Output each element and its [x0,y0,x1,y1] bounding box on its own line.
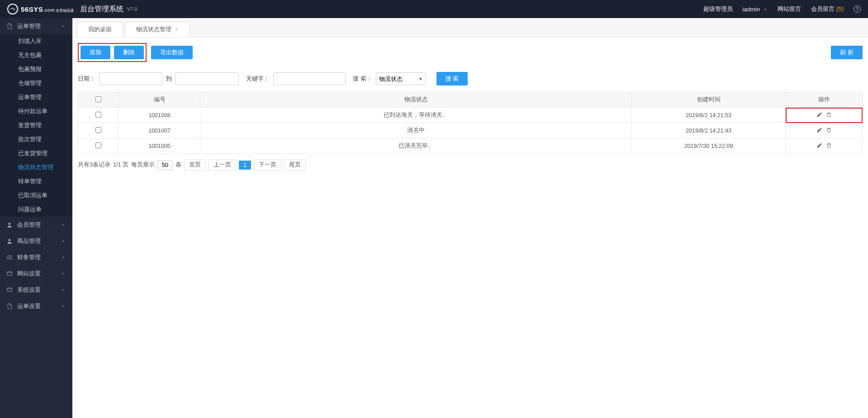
pager-last[interactable]: 尾页 [284,159,306,171]
sidebar-item[interactable]: 仓储管理 [0,76,72,90]
cell-checkbox [78,123,119,138]
logo-icon [7,4,18,14]
keyword-input[interactable] [273,72,346,85]
col-time: 创建时间 [632,92,786,108]
pager-perpage-input[interactable] [157,160,173,170]
pagination: 共有3条记录 1/1 页 每页展示 条 首页 上一页 1 下一页 尾页 [72,154,868,176]
site-icon [6,271,13,277]
date-label: 日期： [78,75,95,83]
sidebar-item[interactable]: 无主包裹 [0,48,72,62]
chevron-up-icon [61,24,66,29]
sidebar-item[interactable]: 发货管理 [0,119,72,133]
edit-icon[interactable] [816,112,822,118]
table-wrapper: 编号 物流状态 创建时间 操作 1001008 已到达海关，等待清关。 2019… [72,92,868,154]
data-table: 编号 物流状态 创建时间 操作 1001008 已到达海关，等待清关。 2019… [78,92,863,154]
cell-status: 已到达海关，等待清关。 [200,108,632,123]
svg-rect-4 [7,271,12,275]
cell-time: 2019/7/30 15:22:09 [632,138,786,154]
edit-icon[interactable] [816,127,822,133]
system-title: 后台管理系统 [80,5,123,14]
user-icon [6,238,13,244]
user-role: 超级管理员 [703,5,733,13]
cell-checkbox [78,138,119,154]
cell-time: 2019/8/2 14:21:43 [632,123,786,138]
sidebar-item[interactable]: 待付款运单 [0,104,72,119]
pager-first[interactable]: 首页 [184,159,206,171]
logo-subtitle: 全景物流通 [56,9,74,13]
user-icon [6,222,13,228]
row-checkbox[interactable] [95,112,101,118]
sidebar-item[interactable]: 物流状态管理 [0,161,72,175]
sidebar-section-label: 系统设置 [17,286,41,294]
main-content: 我的桌面物流状态管理× 添加 删除 导出数据 刷 新 日期： 到 关键字： 搜 … [72,18,868,418]
search-type-select[interactable]: 物流状态 [376,72,426,85]
sidebar-section-label: 商品管理 [17,237,41,245]
site-message-link[interactable]: 网站留言 [778,5,801,13]
cell-ops [786,123,863,138]
search-type-label: 搜 索： [353,75,372,83]
trash-icon[interactable] [826,127,832,133]
pager-next[interactable]: 下一页 [254,159,281,171]
svg-rect-6 [7,288,12,291]
row-checkbox[interactable] [95,142,101,148]
cell-time: 2019/8/2 14:21:53 [632,108,786,123]
filter-bar: 日期： 到 关键字： 搜 索： 物流状态 ▼ 搜 索 [72,67,868,92]
sidebar-item[interactable]: 已发货管理 [0,147,72,161]
sidebar-item[interactable]: 已取消运单 [0,189,72,203]
sidebar-item[interactable]: 转单管理 [0,175,72,189]
sidebar: 运单管理扫描入库无主包裹包裹预报仓储管理运单管理待付款运单发货管理批次管理已发货… [0,18,72,418]
cell-ops [786,108,863,123]
trash-icon[interactable] [826,142,832,148]
export-button[interactable]: 导出数据 [151,46,193,59]
sidebar-item[interactable]: 扫描入库 [0,34,72,48]
gear-icon [6,287,13,293]
trash-icon[interactable] [826,112,832,118]
refresh-button[interactable]: 刷 新 [831,46,863,59]
delete-button[interactable]: 删除 [114,46,144,59]
select-all-checkbox[interactable] [95,96,101,102]
table-row: 1001008 已到达海关，等待清关。 2019/8/2 14:21:53 [78,108,863,123]
col-checkbox [78,92,119,108]
user-dropdown[interactable]: iadmin [743,6,768,13]
system-version: V7.0 [127,6,138,12]
pager-current[interactable]: 1 [239,161,251,170]
sidebar-section-label: 运单管理 [17,22,41,30]
pager-prev[interactable]: 上一页 [209,159,236,171]
tab[interactable]: 我的桌面 [77,22,123,37]
pager-page-info: 1/1 页 [113,161,128,169]
sidebar-item[interactable]: 批次管理 [0,133,72,147]
sidebar-section-header[interactable]: 系统设置 [0,282,72,298]
cell-id: 1001008 [119,108,200,123]
row-checkbox[interactable] [95,127,101,133]
member-message-link[interactable]: 会员留言 (5) [811,5,844,13]
help-icon[interactable]: ? [854,5,861,13]
toolbar: 添加 删除 导出数据 刷 新 [72,38,868,67]
date-to-input[interactable] [175,72,239,85]
sidebar-section-header[interactable]: 运单设置 [0,298,72,314]
sidebar-section-header[interactable]: 商品管理 [0,233,72,249]
col-status: 物流状态 [200,92,632,108]
date-from-input[interactable] [99,72,162,85]
edit-icon[interactable] [816,142,822,148]
tab-bar: 我的桌面物流状态管理× [72,18,868,38]
sidebar-section-header[interactable]: 网站设置 [0,266,72,282]
search-button[interactable]: 搜 索 [436,72,468,86]
sidebar-item[interactable]: 运单管理 [0,90,72,104]
tab[interactable]: 物流状态管理× [125,22,190,37]
pager-summary: 共有3条记录 [78,161,110,169]
sidebar-item[interactable]: 包裹预报 [0,62,72,76]
money-icon [6,254,13,261]
date-to-label: 到 [166,75,172,83]
pager-unit: 条 [175,161,181,169]
sidebar-section-header[interactable]: 运单管理 [0,18,72,34]
sidebar-section-header[interactable]: 财务管理 [0,249,72,266]
keyword-label: 关键字： [246,75,270,83]
close-icon[interactable]: × [175,26,179,33]
table-header-row: 编号 物流状态 创建时间 操作 [78,92,863,108]
table-row: 1001005 已清关完毕。 2019/7/30 15:22:09 [78,138,863,154]
sidebar-section-header[interactable]: 会员管理 [0,217,72,233]
logo: 56SYS.com 全景物流通 [7,4,74,14]
cell-id: 1001007 [119,123,200,138]
add-button[interactable]: 添加 [81,46,110,59]
sidebar-item[interactable]: 问题运单 [0,203,72,217]
